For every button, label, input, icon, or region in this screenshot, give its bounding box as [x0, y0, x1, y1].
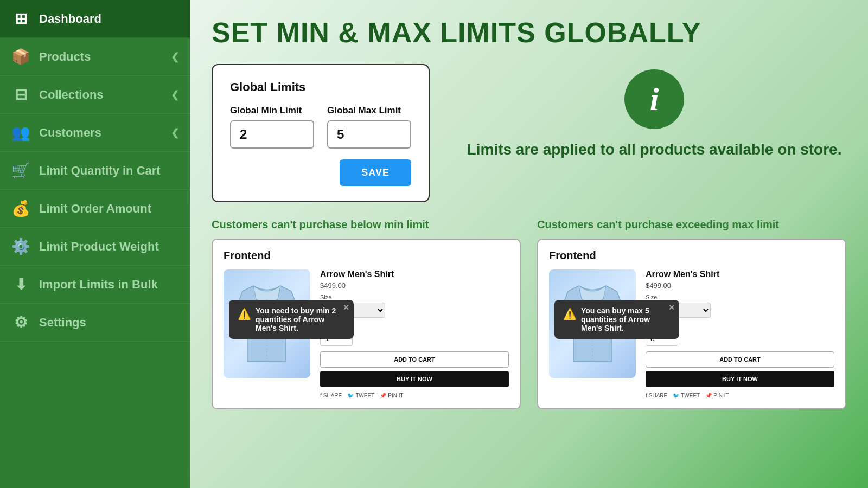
limits-row: Global Min Limit Global Max Limit	[230, 105, 411, 149]
frontend-card-left: Frontend Arrow Men's Shirt $499.0	[212, 239, 521, 409]
sidebar-item-label: Collections	[39, 88, 162, 102]
buy-now-button-right[interactable]: BUY IT NOW	[646, 371, 834, 387]
chevron-icon: ❮	[171, 127, 179, 139]
tweet-item-r: 🐦 TWEET	[673, 393, 700, 399]
sidebar-item-settings[interactable]: ⚙ Settings	[0, 304, 190, 342]
dashboard-icon: ⊞	[11, 10, 30, 28]
global-limits-card: Global Limits Global Min Limit Global Ma…	[212, 64, 430, 202]
sidebar-item-collections[interactable]: ⊟ Collections ❮	[0, 76, 190, 114]
sidebar-item-label: Limit Order Amount	[39, 202, 179, 216]
max-limit-label: Global Max Limit	[327, 105, 411, 116]
order-icon: 💰	[11, 200, 30, 217]
sidebar-item-label: Customers	[39, 126, 162, 140]
top-section: Global Limits Global Min Limit Global Ma…	[212, 64, 846, 202]
sidebar-item-label: Limit Product Weight	[39, 240, 179, 254]
product-price-left: $499.00	[320, 281, 509, 290]
demo-caption-right: Customers can't purchase exceeding max l…	[537, 219, 846, 231]
demo-section: Customers can't purchase below min limit…	[212, 219, 846, 409]
chevron-icon: ❮	[171, 89, 179, 101]
demo-col-right: Customers can't purchase exceeding max l…	[537, 219, 846, 409]
product-demo-left: Arrow Men's Shirt $499.00 Size 34 Inch Q…	[224, 269, 509, 399]
weight-icon: ⚙️	[11, 237, 30, 255]
info-icon: i	[650, 81, 659, 118]
sidebar-item-products[interactable]: 📦 Products ❮	[0, 38, 190, 76]
customers-icon: 👥	[11, 124, 30, 142]
max-tooltip: ⚠️ You can buy max 5 quantities of Arrow…	[554, 300, 679, 339]
frontend-label-right: Frontend	[549, 249, 834, 262]
product-name-left: Arrow Men's Shirt	[320, 269, 509, 279]
twitter-icon-r: 🐦	[673, 393, 679, 399]
info-icon-circle: i	[624, 69, 684, 129]
tooltip-close-right[interactable]: ✕	[668, 303, 675, 312]
product-name-right: Arrow Men's Shirt	[646, 269, 834, 279]
facebook-icon-r: f	[646, 393, 647, 399]
sidebar-item-label: Import Limits in Bulk	[39, 278, 179, 292]
main-content: SET MIN & MAX LIMITS GLOBALLY Global Lim…	[190, 0, 868, 488]
min-tooltip: ⚠️ You need to buy min 2 quantities of A…	[229, 300, 354, 339]
demo-caption-left: Customers can't purchase below min limit	[212, 219, 521, 231]
frontend-label-left: Frontend	[224, 249, 509, 262]
tooltip-close-left[interactable]: ✕	[343, 303, 349, 312]
demo-col-left: Customers can't purchase below min limit…	[212, 219, 521, 409]
settings-icon: ⚙	[11, 313, 30, 331]
warning-icon: ⚠️	[238, 307, 251, 320]
pinterest-icon-r: 📌	[705, 393, 712, 399]
product-price-right: $499.00	[646, 281, 834, 290]
sidebar-item-import-limits[interactable]: ⬇ Import Limits in Bulk	[0, 266, 190, 304]
product-demo-right: Arrow Men's Shirt $499.00 Size 34 Inch Q…	[549, 269, 834, 399]
twitter-icon: 🐦	[347, 393, 354, 399]
add-cart-button-left[interactable]: ADD TO CART	[320, 351, 509, 368]
max-limit-input[interactable]	[327, 120, 411, 149]
products-icon: 📦	[11, 48, 30, 66]
info-section: i Limits are applied to all products ava…	[462, 64, 846, 160]
min-limit-input[interactable]	[230, 120, 314, 149]
import-icon: ⬇	[11, 275, 30, 293]
pin-item: 📌 PIN IT	[380, 393, 403, 399]
sidebar-item-dashboard[interactable]: ⊞ Dashboard	[0, 0, 190, 38]
sidebar-item-label: Dashboard	[39, 12, 179, 26]
buy-now-button-left[interactable]: BUY IT NOW	[320, 371, 509, 387]
max-limit-field: Global Max Limit	[327, 105, 411, 149]
sidebar-item-label: Products	[39, 50, 162, 64]
global-limits-title: Global Limits	[230, 80, 411, 94]
sidebar-item-limit-order[interactable]: 💰 Limit Order Amount	[0, 190, 190, 228]
share-row-left: f SHARE 🐦 TWEET 📌 PIN IT	[320, 393, 509, 399]
tweet-item: 🐦 TWEET	[347, 393, 374, 399]
save-button[interactable]: SAVE	[340, 159, 411, 186]
share-row-right: f SHARE 🐦 TWEET 📌 PIN IT	[646, 393, 834, 399]
pin-item-r: 📌 PIN IT	[705, 393, 729, 399]
chevron-icon: ❮	[171, 51, 179, 63]
pinterest-icon: 📌	[380, 393, 386, 399]
share-item-r: f SHARE	[646, 393, 667, 399]
facebook-icon: f	[320, 393, 322, 399]
info-text: Limits are applied to all products avail…	[467, 139, 842, 160]
sidebar-item-label: Settings	[39, 316, 179, 330]
sidebar: ⊞ Dashboard 📦 Products ❮ ⊟ Collections ❮…	[0, 0, 190, 488]
sidebar-item-limit-quantity[interactable]: 🛒 Limit Quantity in Cart	[0, 152, 190, 190]
page-title: SET MIN & MAX LIMITS GLOBALLY	[212, 16, 846, 49]
min-limit-field: Global Min Limit	[230, 105, 314, 149]
min-limit-label: Global Min Limit	[230, 105, 314, 116]
add-cart-button-right[interactable]: ADD TO CART	[646, 351, 834, 368]
warning-icon-r: ⚠️	[563, 307, 577, 320]
cart-icon: 🛒	[11, 162, 30, 179]
sidebar-item-customers[interactable]: 👥 Customers ❮	[0, 114, 190, 152]
frontend-card-right: Frontend Arrow Men's Shirt $499.0	[537, 239, 846, 409]
collections-icon: ⊟	[11, 86, 30, 104]
sidebar-item-limit-weight[interactable]: ⚙️ Limit Product Weight	[0, 228, 190, 266]
share-item: f SHARE	[320, 393, 342, 399]
sidebar-item-label: Limit Quantity in Cart	[39, 164, 179, 178]
